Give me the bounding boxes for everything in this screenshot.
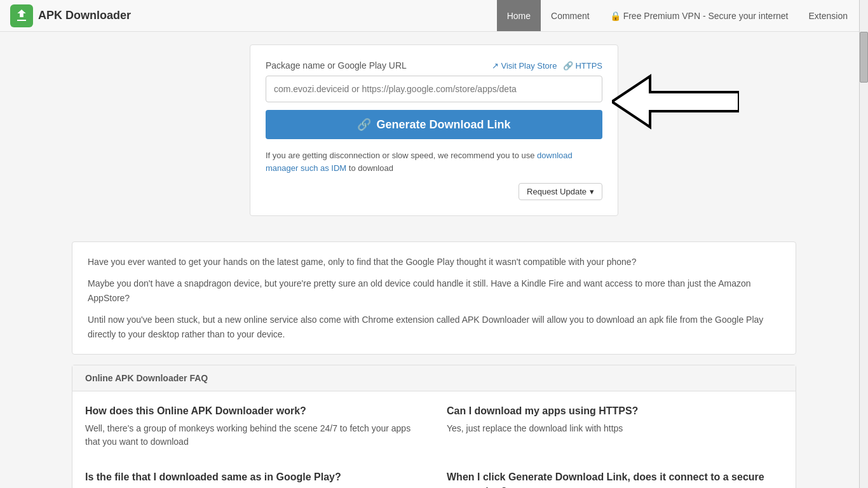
faq-q-2: Can I download my apps using HTTPS? <box>447 404 783 418</box>
info-text: If you are getting disconnection or slow… <box>266 149 602 174</box>
faq-q-1: How does this Online APK Downloader work… <box>85 404 421 418</box>
generate-download-link-button[interactable]: 🔗 Generate Download Link <box>266 110 602 139</box>
arrow-annotation <box>612 70 739 135</box>
nav-comment[interactable]: Comment <box>541 0 600 31</box>
about-para-3: Until now you've been stuck, but a new o… <box>88 313 780 341</box>
form-label: Package name or Google Play URL <box>266 60 407 71</box>
url-input[interactable] <box>266 76 602 102</box>
brand-title: APK Downloader <box>38 9 131 22</box>
navbar: APK Downloader Home Comment 🔒 Free Premi… <box>0 0 868 32</box>
faq-item-2: Can I download my apps using HTTPS? Yes,… <box>447 404 783 449</box>
nav-items: Home Comment 🔒 Free Premium VPN - Secure… <box>497 0 858 31</box>
about-para-1: Have you ever wanted to get your hands o… <box>88 255 780 269</box>
about-info-box: Have you ever wanted to get your hands o… <box>72 241 796 355</box>
scrollbar[interactable] <box>859 0 868 488</box>
faq-item-4: When I click Generate Download Link, doe… <box>447 470 783 488</box>
link-icon: 🔗 <box>357 118 371 132</box>
faq-q-4: When I click Generate Download Link, doe… <box>447 470 783 488</box>
faq-a-2: Yes, just replace the download link with… <box>447 422 783 435</box>
downloader-card: Package name or Google Play URL ↗ Visit … <box>250 44 618 216</box>
form-links: ↗ Visit Play Store 🔗 HTTPS <box>492 61 602 71</box>
faq-q-3: Is the file that I downloaded same as in… <box>85 470 421 484</box>
faq-box: Online APK Downloader FAQ How does this … <box>72 365 796 488</box>
brand-icon <box>10 4 33 27</box>
form-label-row: Package name or Google Play URL ↗ Visit … <box>266 60 602 71</box>
external-link-icon: ↗ <box>492 61 499 71</box>
dropdown-caret-icon: ▾ <box>590 187 594 196</box>
nav-vpn[interactable]: 🔒 Free Premium VPN - Secure your interne… <box>600 0 799 31</box>
request-update-row: Request Update ▾ <box>266 183 602 200</box>
brand-link[interactable]: APK Downloader <box>10 4 131 27</box>
link-icon: 🔗 <box>563 61 573 71</box>
faq-grid: How does this Online APK Downloader work… <box>72 391 796 488</box>
about-para-2: Maybe you don't have a snapdragon device… <box>88 276 780 305</box>
https-link[interactable]: 🔗 HTTPS <box>563 61 602 71</box>
faq-header: Online APK Downloader FAQ <box>72 365 796 391</box>
faq-a-1: Well, there's a group of monkeys working… <box>85 422 421 449</box>
faq-item-3: Is the file that I downloaded same as in… <box>85 470 421 488</box>
faq-item-1: How does this Online APK Downloader work… <box>85 404 421 449</box>
nav-home[interactable]: Home <box>497 0 541 31</box>
visit-play-store-link[interactable]: ↗ Visit Play Store <box>492 61 557 71</box>
scrollbar-thumb[interactable] <box>860 32 868 83</box>
nav-extension[interactable]: Extension <box>799 0 858 31</box>
svg-marker-0 <box>612 76 739 127</box>
main-content: Package name or Google Play URL ↗ Visit … <box>5 32 863 488</box>
request-update-button[interactable]: Request Update ▾ <box>519 183 602 200</box>
